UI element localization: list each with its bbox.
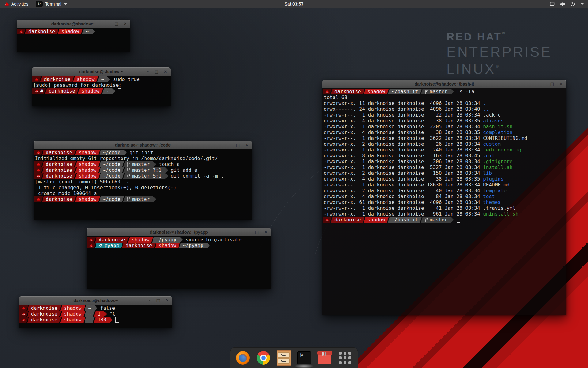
prompt-segment-user: darknoise — [27, 317, 61, 323]
command-text: touch a — [156, 161, 179, 167]
prompt-segment-host: shadow — [155, 243, 180, 248]
prompt-segment-git: master S:1 — [123, 173, 165, 179]
file-attributes: -rw-rw-r--. 1 darknoise darknoise 22 Jan… — [324, 112, 483, 118]
app-menu-terminal[interactable]: $> Terminal — [32, 0, 70, 8]
prompt-segment-hat — [17, 29, 26, 34]
segment-text: master — [132, 196, 150, 202]
dock-item-files[interactable] — [277, 351, 291, 365]
minimize-button[interactable]: – — [246, 230, 250, 234]
file-name: completion — [483, 129, 512, 135]
redhat-prompt-icon — [36, 174, 40, 178]
command-text: git add a — [168, 167, 198, 173]
window-titlebar[interactable]: darknoise@shadow:~ – □ ✕ — [32, 67, 171, 76]
maximize-button[interactable]: □ — [236, 143, 240, 147]
file-attributes: -rwxrwxr-x. 1 darknoise darknoise 5327 J… — [324, 164, 483, 170]
segment-text: shadow — [159, 243, 176, 248]
window-titlebar[interactable]: darknoise@shadow:~ – □ ✕ — [19, 296, 172, 305]
terminal-content[interactable]: darknoiseshadow~sudo true[sudo] password… — [32, 76, 171, 106]
terminal-content[interactable]: darknoiseshadow~ — [17, 28, 130, 52]
maximize-button[interactable]: □ — [154, 70, 159, 74]
window-titlebar[interactable]: darknoise@shadow:~/code – □ ✕ — [34, 141, 252, 149]
activities-button[interactable]: Activities — [0, 0, 32, 8]
segment-text: ~ — [101, 76, 104, 82]
redhat-prompt-icon — [89, 244, 93, 247]
terminal-cursor — [213, 243, 216, 248]
prompt-arrow-icon — [124, 150, 127, 155]
maximize-button[interactable]: □ — [550, 82, 554, 86]
redhat-prompt-icon — [19, 30, 23, 33]
python-icon — [99, 243, 103, 247]
close-button[interactable]: ✕ — [163, 70, 168, 74]
terminal-content[interactable]: darknoiseshadow~falsedarknoiseshadow~1^C… — [19, 305, 172, 328]
window-titlebar[interactable]: darknoise@shadow:~ – □ ✕ — [17, 20, 130, 28]
prompt-arrow-icon — [107, 77, 110, 82]
segment-text: ~/code — [103, 196, 121, 202]
prompt-arrow-icon — [104, 311, 107, 317]
segment-text: ~/code — [103, 167, 121, 173]
prompt-arrow-icon — [92, 29, 95, 34]
segment-text: shadow — [79, 161, 96, 167]
terminal-content[interactable]: darknoiseshadow~/codegit initInitialized… — [34, 149, 252, 220]
terminal-content[interactable]: darknoiseshadow~/bash-itmasterls -latota… — [322, 88, 566, 315]
minimize-button[interactable]: – — [541, 82, 545, 86]
dock-item-firefox[interactable] — [236, 351, 250, 365]
file-attributes: drwxrwxr-x. 2 darknoise darknoise 26 Jan… — [324, 141, 483, 147]
close-button[interactable]: ✕ — [264, 230, 268, 234]
file-attributes: drwxrwxr-x. 61 darknoise darknoise 4096 … — [324, 199, 483, 205]
redhat-prompt-icon — [325, 90, 329, 93]
redhat-branding: RED HAT® ENTERPRISE LINUX® — [447, 31, 552, 77]
minimize-button[interactable]: – — [147, 298, 152, 303]
segment-text: darknoise — [31, 311, 58, 317]
clock[interactable]: Sat 03:57 — [285, 0, 303, 8]
prompt-segment-hat — [32, 76, 41, 82]
prompt-segment-hat — [87, 243, 96, 248]
window-title: darknoise@shadow:~/bash-it — [415, 82, 474, 86]
system-menu-caret-icon[interactable] — [581, 3, 584, 5]
close-button[interactable]: ✕ — [559, 82, 563, 86]
command-text: git init — [127, 150, 153, 155]
terminal-cursor — [457, 217, 460, 223]
maximize-button[interactable]: □ — [156, 298, 160, 303]
power-icon[interactable] — [570, 2, 575, 6]
prompt-segment-path: ~ — [102, 88, 112, 94]
output-line: -rwxrwxr-x. 1 darknoise darknoise 5327 J… — [323, 164, 566, 170]
minimize-button[interactable]: – — [105, 22, 110, 26]
terminal-content[interactable]: darknoiseshadow~/pyappsource bin/activat… — [87, 236, 271, 289]
segment-text: ~/bash-it — [392, 217, 418, 223]
minimize-button[interactable]: – — [227, 143, 231, 147]
dock-item-chrome[interactable] — [256, 351, 271, 365]
maximize-button[interactable]: □ — [114, 22, 119, 26]
close-button[interactable]: ✕ — [123, 22, 127, 26]
output-line: drwxrwxr-x. 4 darknoise darknoise 38 Jan… — [323, 118, 566, 124]
close-button[interactable]: ✕ — [245, 143, 249, 147]
window-titlebar[interactable]: darknoise@shadow:~/bash-it – □ ✕ — [322, 80, 566, 88]
display-icon[interactable] — [550, 2, 555, 6]
volume-icon[interactable] — [560, 2, 565, 6]
dock-item-app-grid[interactable] — [338, 351, 352, 365]
terminal-app-icon: $> — [36, 1, 43, 7]
segment-text: master S:1 — [132, 173, 161, 179]
segment-text: shadow — [64, 311, 82, 317]
close-button[interactable]: ✕ — [165, 298, 169, 303]
prompt-line: darknoiseshadow~1^C — [19, 311, 172, 317]
prompt-segment-user: darknoise — [42, 196, 76, 202]
chevron-down-icon — [64, 3, 67, 5]
prompt-segment-hat — [34, 167, 43, 173]
prompt-line: pyappdarknoiseshadow~/pyapp — [87, 243, 271, 248]
window-titlebar[interactable]: darknoise@shadow:~/pyapp – □ ✕ — [87, 228, 271, 236]
output-line: -rwxrwxr-x. 1 darknoise darknoise 961 Ja… — [323, 211, 566, 217]
git-branch-icon — [127, 174, 130, 178]
dock-item-terminal[interactable]: $> — [297, 351, 311, 365]
prompt-line: darknoiseshadow~/codemastertouch a — [34, 161, 252, 167]
file-attributes: drwxrwxr-x. 4 darknoise darknoise 84 Jan… — [324, 194, 483, 199]
prompt-segment-user: darknoise — [42, 161, 76, 167]
maximize-button[interactable]: □ — [255, 230, 259, 234]
prompt-segment-user: darknoise — [42, 173, 76, 179]
redhat-prompt-icon — [89, 238, 93, 241]
prompt-segment-user: darknoise — [95, 237, 129, 243]
prompt-segment-path: ~/code — [99, 167, 124, 173]
minimize-button[interactable]: – — [145, 70, 150, 74]
dock-item-toolbox[interactable] — [317, 351, 332, 365]
window-title: darknoise@shadow:~ — [51, 21, 96, 26]
redhat-prompt-icon — [35, 89, 39, 93]
